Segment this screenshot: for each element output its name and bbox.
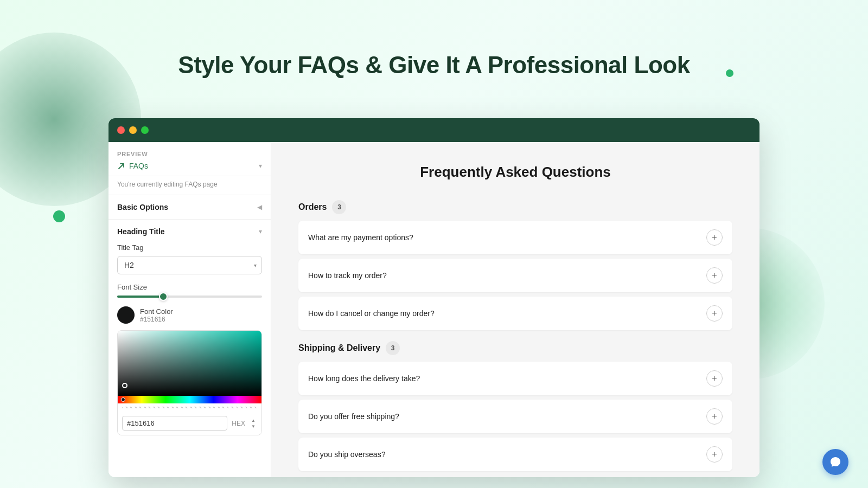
faq-question: Do you ship overseas? [308,450,385,459]
faq-expand-button[interactable]: + [706,446,723,463]
faq-item: What are my payment options? + [298,221,732,254]
preview-label: PREVIEW [117,151,262,157]
close-button[interactable] [117,126,125,134]
decorative-dot-top [726,69,733,77]
page-title-section: Style Your FAQs & Give It A Professional… [0,0,868,79]
faq-category-orders: Orders 3 What are my payment options? + … [298,200,732,330]
category-orders-name: Orders [298,202,327,212]
font-color-label: Font Color [140,307,173,316]
minimize-button[interactable] [129,126,137,134]
maximize-button[interactable] [141,126,149,134]
title-tag-select-wrapper: H1 H2 H3 H4 H5 H6 ▾ [117,256,262,274]
hex-input-row: HEX ▲ ▼ [118,412,261,435]
category-shipping-name: Shipping & Delivery [298,343,380,353]
editing-note: You're currently editing FAQs page [108,176,271,195]
basic-options-header[interactable]: Basic Options ◀ [108,195,271,219]
hue-indicator [121,397,125,402]
slider-track [117,296,262,298]
hex-input[interactable] [122,416,227,431]
heading-title-content: Title Tag H1 H2 H3 H4 H5 H6 ▾ Font Size [108,243,271,444]
opacity-row [118,403,261,412]
heading-title-label: Heading Title [117,227,165,236]
faq-expand-button[interactable]: + [706,370,723,387]
faq-item: How to track my order? + [298,259,732,292]
faq-item: How long does the delivery take? + [298,362,732,395]
faqs-link-group[interactable]: FAQs [117,162,148,170]
app-window: PREVIEW FAQs ▾ You're currently editing … [108,118,760,477]
font-color-info: Font Color #151616 [140,307,173,323]
slider-fill [117,296,163,298]
faq-item: How do I cancel or change my order? + [298,297,732,330]
font-size-slider[interactable] [117,296,262,298]
category-orders-badge: 3 [332,200,346,214]
window-titlebar [108,118,760,142]
slider-thumb[interactable] [159,292,168,301]
category-orders-header: Orders 3 [298,200,732,214]
faq-expand-button[interactable]: + [706,267,723,284]
color-picker[interactable]: HEX ▲ ▼ [117,330,262,435]
chevron-down-icon: ▾ [259,228,262,235]
heading-title-section: Heading Title ▾ Title Tag H1 H2 H3 H4 H5… [108,219,271,444]
basic-options-label: Basic Options [117,203,168,211]
faq-item: Do you offer free shipping? + [298,400,732,433]
preview-faqs-row: FAQs ▾ [117,162,262,170]
color-picker-circle[interactable] [122,383,127,388]
faq-question: What are my payment options? [308,233,413,242]
spinner-up[interactable]: ▲ [250,418,257,423]
font-color-hex: #151616 [140,316,173,323]
category-shipping-badge: 3 [386,341,400,355]
color-swatch[interactable] [117,306,135,324]
page-title: Style Your FAQs & Give It A Professional… [0,52,868,79]
title-tag-label: Title Tag [117,243,262,252]
faq-item: Do you ship overseas? + [298,438,732,471]
hex-spinners: ▲ ▼ [250,418,257,429]
faq-question: How to track my order? [308,271,387,280]
chevron-right-icon: ▾ [259,162,262,170]
color-gradient[interactable] [118,331,261,396]
faq-main-panel: Frequently Asked Questions Orders 3 What… [271,142,760,477]
faq-question: How do I cancel or change my order? [308,309,435,318]
hex-label: HEX [232,420,245,427]
category-shipping-header: Shipping & Delivery 3 [298,341,732,355]
title-tag-select[interactable]: H1 H2 H3 H4 H5 H6 [117,256,262,274]
font-size-label: Font Size [117,283,262,291]
traffic-lights [117,126,149,134]
spinner-down[interactable]: ▼ [250,423,257,429]
basic-options-section: Basic Options ◀ [108,195,271,219]
faq-question: Do you offer free shipping? [308,412,399,421]
faq-category-shipping: Shipping & Delivery 3 How long does the … [298,341,732,471]
preview-section: PREVIEW FAQs ▾ [108,142,271,176]
faq-expand-button[interactable]: + [706,229,723,246]
faq-question: How long does the delivery take? [308,374,420,383]
faq-main-title: Frequently Asked Questions [298,164,732,181]
heading-title-header[interactable]: Heading Title ▾ [108,220,271,243]
chevron-left-icon: ◀ [257,203,262,211]
window-body: PREVIEW FAQs ▾ You're currently editing … [108,142,760,477]
external-link-icon [117,162,126,170]
decorative-dot-left [53,210,65,222]
faq-expand-button[interactable]: + [706,408,723,425]
opacity-track [122,407,257,408]
faqs-link-text[interactable]: FAQs [129,162,148,170]
chat-button[interactable] [822,449,848,475]
faq-expand-button[interactable]: + [706,305,723,322]
color-hue-bar[interactable] [118,396,261,403]
font-color-row: Font Color #151616 [117,306,262,324]
sidebar: PREVIEW FAQs ▾ You're currently editing … [108,142,271,477]
